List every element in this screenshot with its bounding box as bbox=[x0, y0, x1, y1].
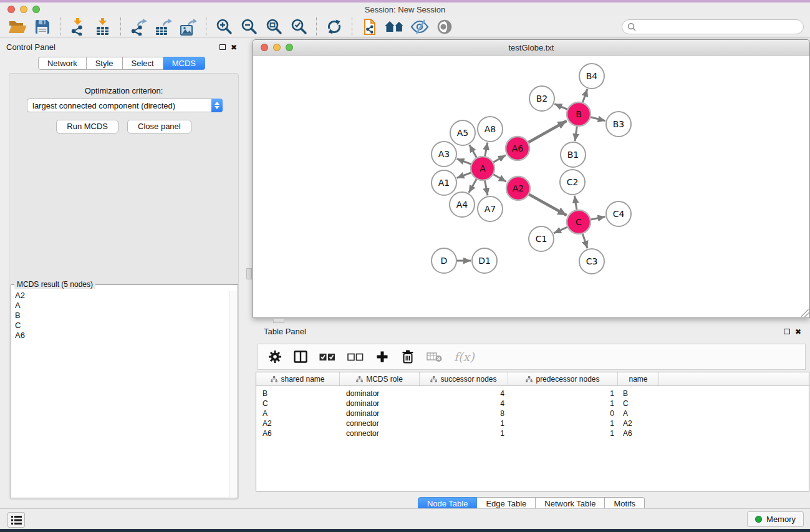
svg-text:A2: A2 bbox=[513, 183, 524, 193]
float-panel-icon[interactable] bbox=[219, 44, 226, 50]
node-A8[interactable]: A8 bbox=[478, 117, 503, 142]
show-columns-button[interactable] bbox=[294, 351, 307, 363]
node-B1[interactable]: B1 bbox=[561, 142, 586, 167]
float-table-panel-icon[interactable] bbox=[784, 329, 790, 334]
table-cell: 1 bbox=[508, 418, 618, 428]
run-mcds-button[interactable]: Run MCDS bbox=[56, 120, 118, 133]
unchecked-boxes-icon bbox=[347, 352, 364, 362]
table-settings-button[interactable] bbox=[268, 350, 282, 364]
houses-icon bbox=[385, 19, 405, 34]
result-item[interactable]: A bbox=[15, 301, 229, 311]
table-row[interactable]: Cdominator41C bbox=[256, 399, 809, 409]
network-graph[interactable]: B4B2BB3A8A5A6A3B1AC2A1A2A4A7C4CC1C3DD1 bbox=[253, 56, 809, 317]
node-C3[interactable]: C3 bbox=[579, 249, 604, 274]
close-panel-icon[interactable]: ✖ bbox=[231, 44, 237, 51]
result-item[interactable]: C bbox=[15, 321, 229, 331]
node-D1[interactable]: D1 bbox=[472, 248, 497, 273]
table-row[interactable]: Bdominator41B bbox=[256, 389, 809, 399]
zoom-in-button[interactable] bbox=[211, 17, 236, 36]
tab-network[interactable]: Network bbox=[38, 57, 87, 70]
node-D[interactable]: D bbox=[432, 248, 456, 273]
close-table-panel-icon[interactable]: ✖ bbox=[795, 329, 801, 335]
network-canvas[interactable]: B4B2BB3A8A5A6A3B1AC2A1A2A4A7C4CC1C3DD1 bbox=[253, 56, 809, 317]
column-header-successor-nodes[interactable]: successor nodes bbox=[420, 372, 508, 385]
floppy-disk-icon bbox=[34, 19, 51, 35]
network-window-title: testGlobe.txt bbox=[253, 43, 809, 52]
table-panel: Table Panel ✖ bbox=[253, 321, 810, 508]
zoom-out-button[interactable] bbox=[236, 17, 261, 36]
table-cell: 4 bbox=[420, 399, 508, 409]
trash-icon bbox=[402, 350, 414, 364]
svg-text:B: B bbox=[576, 109, 582, 119]
node-A1[interactable]: A1 bbox=[432, 170, 456, 195]
delete-column-button[interactable] bbox=[401, 350, 415, 364]
node-A5[interactable]: A5 bbox=[450, 120, 475, 145]
result-item[interactable]: A6 bbox=[15, 331, 229, 341]
add-column-button[interactable] bbox=[375, 351, 389, 363]
show-all-button[interactable] bbox=[432, 17, 457, 36]
tab-select[interactable]: Select bbox=[123, 57, 163, 70]
optimization-criterion-select[interactable]: largest connected component (directed) bbox=[27, 99, 223, 112]
node-A6[interactable]: A6 bbox=[506, 137, 529, 160]
node-C1[interactable]: C1 bbox=[529, 226, 554, 251]
export-image-button[interactable] bbox=[176, 17, 201, 36]
column-header-name[interactable]: name bbox=[618, 372, 659, 385]
result-item[interactable]: B bbox=[15, 311, 229, 321]
tab-mcds[interactable]: MCDS bbox=[163, 57, 205, 70]
import-network-button[interactable] bbox=[65, 17, 90, 36]
tab-style[interactable]: Style bbox=[87, 57, 123, 70]
node-C4[interactable]: C4 bbox=[606, 201, 631, 226]
node-B2[interactable]: B2 bbox=[529, 86, 554, 111]
first-neighbors-button[interactable] bbox=[382, 17, 407, 36]
memory-button[interactable]: Memory bbox=[747, 511, 804, 527]
task-history-button[interactable] bbox=[7, 512, 25, 528]
export-network-button[interactable] bbox=[126, 17, 151, 36]
table-row[interactable]: A2connector11A2 bbox=[256, 418, 809, 428]
column-header-shared-name[interactable]: shared name bbox=[256, 372, 340, 385]
zoom-selected-button[interactable] bbox=[286, 17, 311, 36]
node-A2[interactable]: A2 bbox=[506, 177, 530, 200]
zoom-fit-button[interactable] bbox=[261, 17, 286, 36]
svg-text:B2: B2 bbox=[536, 94, 548, 104]
open-session-button[interactable] bbox=[5, 17, 30, 36]
column-header-MCDS-role[interactable]: MCDS role bbox=[340, 372, 420, 385]
result-scrollbar[interactable] bbox=[229, 291, 237, 497]
function-builder-button[interactable]: f(x) bbox=[454, 350, 475, 364]
search-icon bbox=[627, 22, 636, 31]
node-C[interactable]: C bbox=[567, 210, 591, 234]
svg-text:D: D bbox=[441, 256, 448, 266]
resize-grip-icon[interactable] bbox=[801, 309, 809, 317]
export-table-button[interactable] bbox=[151, 17, 176, 36]
refresh-layout-button[interactable] bbox=[322, 17, 347, 36]
search-input[interactable] bbox=[639, 21, 803, 32]
duplicate-network-button[interactable] bbox=[357, 17, 382, 36]
node-table[interactable]: shared nameMCDS rolesuccessor nodesprede… bbox=[256, 372, 809, 491]
import-table-button[interactable] bbox=[90, 17, 115, 36]
svg-text:A5: A5 bbox=[457, 128, 468, 138]
columns-icon bbox=[294, 351, 307, 363]
svg-text:C4: C4 bbox=[613, 209, 625, 219]
column-header-predecessor-nodes[interactable]: predecessor nodes bbox=[508, 372, 618, 385]
node-A[interactable]: A bbox=[471, 157, 494, 180]
close-panel-button[interactable]: Close panel bbox=[127, 120, 191, 133]
column-type-icon bbox=[356, 376, 363, 382]
node-A3[interactable]: A3 bbox=[432, 142, 456, 167]
table-cell: connector bbox=[340, 418, 420, 428]
table-row[interactable]: Adominator80A bbox=[256, 409, 809, 418]
table-row[interactable]: A6connector11A6 bbox=[256, 428, 809, 438]
result-item[interactable]: A2 bbox=[15, 291, 229, 301]
node-B[interactable]: B bbox=[567, 102, 591, 126]
node-B4[interactable]: B4 bbox=[579, 64, 604, 89]
mcds-result-list[interactable]: A2ABCA6 bbox=[12, 291, 229, 497]
delete-table-button[interactable] bbox=[427, 351, 442, 362]
select-all-button[interactable] bbox=[319, 352, 335, 362]
node-A7[interactable]: A7 bbox=[478, 196, 503, 221]
vertical-splitter-handle[interactable] bbox=[246, 268, 252, 279]
node-C2[interactable]: C2 bbox=[560, 170, 585, 195]
save-session-button[interactable] bbox=[30, 17, 55, 36]
hide-selected-button[interactable] bbox=[407, 17, 432, 36]
node-A4[interactable]: A4 bbox=[450, 192, 475, 217]
node-B3[interactable]: B3 bbox=[606, 112, 631, 137]
deselect-all-button[interactable] bbox=[347, 352, 364, 362]
network-window-titlebar[interactable]: testGlobe.txt bbox=[253, 40, 809, 56]
